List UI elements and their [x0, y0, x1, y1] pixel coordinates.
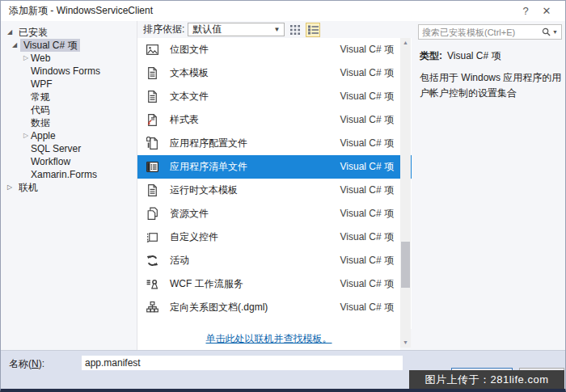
- sidebar-item[interactable]: SQL Server: [1, 142, 137, 155]
- name-label-suffix: ):: [39, 358, 44, 369]
- tree-node-label: SQL Server: [1, 143, 81, 154]
- template-type: Visual C# 项: [340, 90, 394, 103]
- category-tree: ◢ 已安装 ◢ Visual C# 项 ▷WebWindows FormsWPF…: [1, 21, 137, 350]
- type-value: Visual C# 项: [447, 50, 501, 61]
- type-line: 类型:Visual C# 项: [420, 49, 562, 63]
- template-panel: 排序依据: 默认值 ▼: [137, 21, 412, 350]
- sort-dropdown-value: 默认值: [192, 23, 222, 36]
- collapsed-triangle-icon[interactable]: ▷: [23, 129, 28, 142]
- list-item[interactable]: 文本模板Visual C# 项: [137, 61, 412, 85]
- template-type: Visual C# 项: [340, 183, 394, 197]
- tree-node-label: Windows Forms: [1, 65, 100, 77]
- tree-children: ▷WebWindows FormsWPF常规代码数据▷AppleSQL Serv…: [1, 52, 137, 181]
- activity-icon: [144, 254, 160, 268]
- vertical-scrollbar[interactable]: ▲ ▼: [400, 38, 411, 348]
- template-description: 包括用于 Windows 应用程序的用户帐户控制的设置集合: [420, 70, 562, 100]
- search-box[interactable]: ▼: [418, 24, 562, 40]
- collapsed-triangle-icon: ▷: [7, 181, 12, 194]
- template-type: Visual C# 项: [340, 207, 394, 221]
- find-templates-online-link[interactable]: 单击此处以联机并查找模板。: [206, 333, 332, 344]
- list-view-button[interactable]: [306, 23, 320, 37]
- tree-node-visual-csharp[interactable]: ◢ Visual C# 项: [1, 39, 137, 52]
- list-item[interactable]: 定向关系图文档(.dgml)Visual C# 项: [137, 296, 412, 319]
- list-item[interactable]: 文本文件Visual C# 项: [137, 85, 412, 108]
- template-label: 文本文件: [170, 90, 340, 103]
- template-type: Visual C# 项: [340, 254, 394, 268]
- scrollbar-thumb[interactable]: [401, 242, 410, 288]
- stylesheet-icon: [144, 113, 160, 128]
- search-input[interactable]: [422, 27, 542, 37]
- template-label: 定向关系图文档(.dgml): [170, 301, 340, 314]
- sort-toolbar: 排序依据: 默认值 ▼: [137, 21, 412, 38]
- chevron-down-icon: ▼: [273, 26, 280, 33]
- list-item[interactable]: 自定义控件Visual C# 项: [137, 226, 412, 249]
- small-icons-view-button[interactable]: [288, 23, 302, 37]
- expanded-triangle-icon: ◢: [12, 39, 17, 52]
- tree-node-label: 数据: [1, 117, 50, 129]
- sidebar-item[interactable]: Workflow: [1, 155, 137, 168]
- template-label: 应用程序配置文件: [170, 137, 340, 150]
- sidebar-item[interactable]: 代码: [1, 103, 137, 116]
- template-type: Visual C# 项: [340, 43, 394, 57]
- watermark: 图片上传于：281life.com: [409, 370, 564, 390]
- sidebar-item[interactable]: 常规: [1, 91, 137, 103]
- name-label: 名称(N):: [9, 357, 44, 371]
- list-item[interactable]: 资源文件Visual C# 项: [137, 202, 412, 226]
- collapsed-triangle-icon[interactable]: ▷: [23, 52, 28, 65]
- sort-by-label: 排序依据:: [143, 23, 184, 36]
- help-button[interactable]: ?: [515, 5, 536, 17]
- template-label: 文本模板: [170, 66, 340, 80]
- text-file-icon: [144, 90, 160, 104]
- app-config-icon: [144, 137, 160, 151]
- template-label: 自定义控件: [170, 230, 340, 244]
- tree-node-label: 联机: [1, 182, 38, 193]
- dialog-title: 添加新项 - WindowsServiceClient: [9, 4, 515, 18]
- runtime-text-template-icon: [144, 183, 160, 198]
- list-item[interactable]: 应用程序清单文件Visual C# 项: [137, 155, 412, 179]
- name-access-key: N: [32, 358, 39, 369]
- search-glyphs: ▼: [542, 27, 558, 36]
- list-item[interactable]: 运行时文本模板Visual C# 项: [137, 179, 412, 202]
- tree-node-label: Xamarin.Forms: [1, 169, 97, 180]
- sidebar-item[interactable]: 数据: [1, 116, 137, 129]
- tree-node-online[interactable]: ▷ 联机: [1, 181, 137, 194]
- template-type: Visual C# 项: [340, 66, 394, 80]
- sidebar-item[interactable]: Xamarin.Forms: [1, 168, 137, 181]
- text-template-icon: [144, 66, 160, 81]
- name-input[interactable]: [82, 356, 403, 370]
- list-item[interactable]: 位图文件Visual C# 项: [137, 38, 412, 61]
- list-item[interactable]: 应用程序配置文件Visual C# 项: [137, 132, 412, 155]
- sidebar-item[interactable]: ▷Web: [1, 52, 137, 65]
- template-label: 应用程序清单文件: [170, 160, 340, 174]
- expanded-triangle-icon: ◢: [7, 26, 12, 39]
- tree-node-label: Workflow: [1, 156, 70, 167]
- scroll-up-icon[interactable]: ▲: [400, 38, 411, 48]
- template-label: 运行时文本模板: [170, 183, 340, 197]
- close-button[interactable]: ✕: [536, 5, 557, 17]
- template-label: WCF 工作流服务: [170, 277, 340, 291]
- sidebar-item[interactable]: Windows Forms: [1, 65, 137, 78]
- wcf-workflow-icon: [144, 277, 160, 292]
- sort-dropdown[interactable]: 默认值 ▼: [188, 23, 285, 36]
- grid-dots-icon: [290, 25, 300, 35]
- dgml-icon: [144, 301, 160, 315]
- add-new-item-dialog: 添加新项 - WindowsServiceClient ? ✕ ◢ 已安装 ◢ …: [0, 0, 566, 392]
- resource-file-icon: [144, 207, 160, 221]
- list-item[interactable]: 活动Visual C# 项: [137, 249, 412, 272]
- sidebar-item[interactable]: ▷Apple: [1, 129, 137, 142]
- tree-node-installed[interactable]: ◢ 已安装: [1, 26, 137, 39]
- search-icon: [542, 27, 551, 36]
- template-list: 位图文件Visual C# 项文本模板Visual C# 项文本文件Visual…: [137, 38, 412, 329]
- template-type: Visual C# 项: [340, 301, 394, 314]
- template-label: 位图文件: [170, 43, 340, 57]
- chevron-down-icon: ▼: [552, 29, 558, 35]
- bottom-bar: 名称(N): 图片上传于：281life.com: [1, 350, 565, 389]
- template-label: 活动: [170, 254, 340, 268]
- template-type: Visual C# 项: [340, 277, 394, 291]
- scroll-down-icon[interactable]: ▼: [400, 338, 411, 348]
- list-item[interactable]: 样式表Visual C# 项: [137, 108, 412, 132]
- sidebar-item[interactable]: WPF: [1, 78, 137, 91]
- template-type: Visual C# 项: [340, 137, 394, 150]
- app-manifest-icon: [144, 160, 160, 175]
- list-item[interactable]: WCF 工作流服务Visual C# 项: [137, 272, 412, 296]
